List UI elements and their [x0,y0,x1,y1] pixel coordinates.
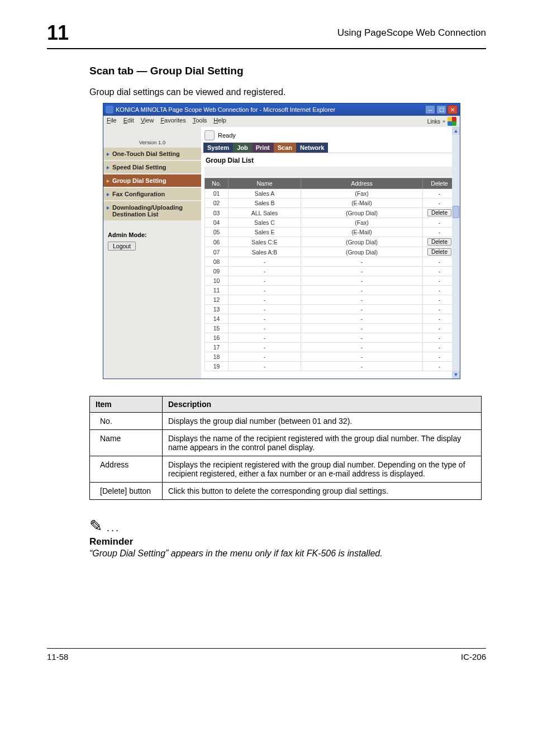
cell-no: 07 [205,247,229,257]
sidebar-item-groupdial[interactable]: Group Dial Setting [103,174,201,187]
sidebar-item-faxconfig[interactable]: Fax Configuration [103,188,201,200]
window-title: KONICA MINOLTA Page Scope Web Connection… [116,106,335,113]
cell-address: - [301,362,423,371]
cell-delete: - [423,333,456,343]
table-row: 18--- [205,352,456,362]
cell-name: - [229,267,301,276]
table-row: 10--- [205,276,456,286]
cell-no: 12 [205,295,229,305]
printer-icon [204,130,215,140]
cell-address: - [301,267,423,276]
cell-address: - [301,343,423,352]
tab-scan[interactable]: Scan [274,143,296,153]
scrollbar[interactable]: ▲ ▼ [452,127,460,379]
cell-no: 11 [205,286,229,295]
cell-delete: - [423,218,456,228]
scroll-thumb[interactable] [453,206,459,218]
cell-address: - [301,333,423,343]
sidebar-item-speeddial[interactable]: Speed Dial Setting [103,161,201,173]
menu-edit[interactable]: Edit [123,117,134,126]
footer-page: 11-58 [47,652,68,662]
cell-no: 08 [205,257,229,267]
cell-address: (Fax) [301,218,423,228]
desc-cell-item: [Delete] button [90,483,163,500]
footer-model: IC-206 [461,652,486,662]
cell-delete: - [423,276,456,286]
desc-hdr-item: Item [90,396,163,413]
divider-top [47,48,486,49]
cell-name: - [229,352,301,362]
table-row: 19--- [205,362,456,371]
table-row: 04Sales C(Fax)- [205,218,456,228]
chevron-icon[interactable]: » [442,119,445,124]
description-table: Item Description No.Displays the group d… [89,396,482,500]
cell-name: - [229,362,301,371]
table-row: 13--- [205,305,456,314]
window-titlebar: KONICA MINOLTA Page Scope Web Connection… [103,103,460,116]
cell-no: 10 [205,276,229,286]
scroll-up-icon[interactable]: ▲ [452,127,460,135]
delete-button[interactable]: Delete [427,209,451,216]
desc-cell-text: Displays the name of the recipient regis… [163,430,482,456]
tab-job[interactable]: Job [233,143,252,153]
cell-name: - [229,314,301,324]
links-label[interactable]: Links [427,119,440,125]
delete-button[interactable]: Delete [427,238,451,245]
cell-name: - [229,286,301,295]
cell-no: 01 [205,189,229,199]
menu-file[interactable]: File [107,117,117,126]
cell-delete: - [423,305,456,314]
table-row: 09--- [205,267,456,276]
cell-name: - [229,295,301,305]
cell-delete: - [423,295,456,305]
cell-no: 06 [205,237,229,247]
tab-network[interactable]: Network [296,143,328,153]
admin-mode-label: Admin Mode: [103,221,201,242]
minimize-button[interactable]: – [425,105,435,114]
menu-favorites[interactable]: Favorites [160,117,185,126]
menu-tools[interactable]: Tools [193,117,207,126]
maximize-button[interactable]: ☐ [436,105,446,114]
note-heading: Reminder [89,536,486,547]
scroll-down-icon[interactable]: ▼ [452,371,460,379]
col-name: Name [229,178,301,189]
tab-system[interactable]: System [203,143,233,153]
cell-name: Sales E [229,228,301,237]
cell-address: (E-Mail) [301,199,423,208]
cell-no: 18 [205,352,229,362]
windows-logo-icon[interactable] [448,117,456,126]
table-row: 17--- [205,343,456,352]
sidebar-item-onetouch[interactable]: One-Touch Dial Setting [103,148,201,160]
cell-delete: - [423,199,456,208]
cell-no: 14 [205,314,229,324]
section-intro: Group dial settings can be viewed and re… [89,87,486,97]
desc-cell-text: Displays the group dial number (between … [163,413,482,430]
cell-no: 16 [205,333,229,343]
table-row: 02Sales B(E-Mail)- [205,199,456,208]
version-label: Version 1.0 [103,138,201,148]
cell-address: (Group Dial) [301,247,423,257]
table-row: 08--- [205,257,456,267]
menu-help[interactable]: Help [213,117,226,126]
delete-button[interactable]: Delete [427,248,451,256]
menu-bar: File Edit View Favorites Tools Help Link… [103,116,460,127]
cell-address: - [301,257,423,267]
cell-name: - [229,305,301,314]
cell-name: Sales C [229,218,301,228]
cell-no: 05 [205,228,229,237]
desc-hdr-desc: Description [163,396,482,413]
close-button[interactable]: ✕ [448,105,458,114]
cell-name: - [229,257,301,267]
menu-view[interactable]: View [141,117,154,126]
cell-name: Sales C:E [229,237,301,247]
cell-delete: Delete [423,208,456,218]
table-row: 07Sales A:B(Group Dial)Delete [205,247,456,257]
filter-row [204,167,456,177]
logout-button[interactable]: Logout [108,242,136,251]
table-row: 15--- [205,324,456,333]
cell-delete: - [423,324,456,333]
tab-print[interactable]: Print [252,143,274,153]
cell-address: - [301,276,423,286]
sidebar-item-download[interactable]: Downloading/Uploading Destination List [103,201,201,220]
page-title: Using PageScope Web Connection [337,27,486,39]
